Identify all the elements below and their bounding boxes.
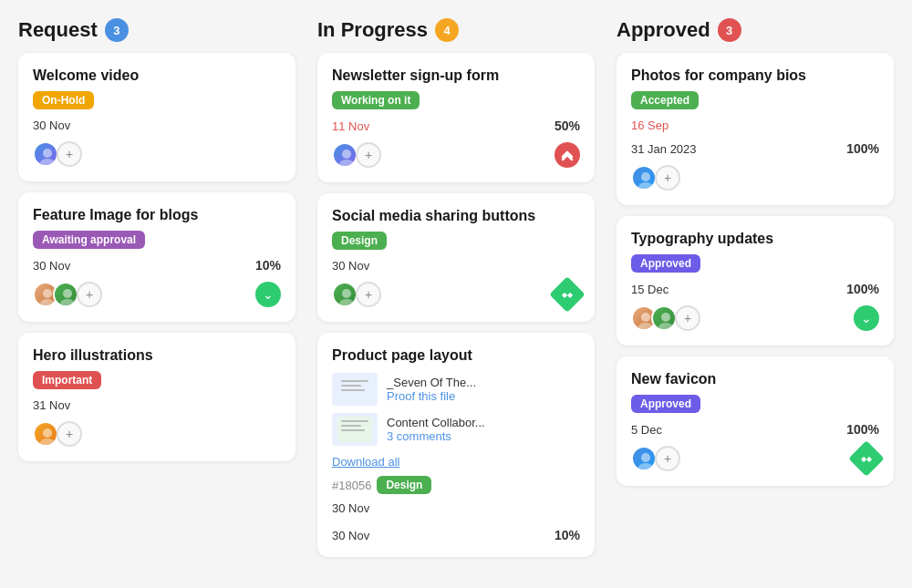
avatar [631,165,657,191]
svg-rect-19 [341,380,368,382]
progress-text: 10% [255,258,281,273]
column-in-progress: In Progress4Newsletter sign-up formWorki… [317,18,595,568]
avatars-group: + [631,446,680,471]
card-date-newsletter-form: 11 Nov50% [332,119,580,133]
add-avatar-button[interactable]: + [57,421,82,447]
svg-point-29 [641,313,650,322]
priority-up-icon[interactable] [554,142,580,168]
add-avatar-button[interactable]: + [356,142,381,168]
date-text: 11 Nov [332,119,369,133]
chevron-down-icon[interactable]: ⌄ [854,305,879,331]
svg-rect-20 [341,385,361,387]
card-date-product-page: 30 Nov [332,501,580,515]
avatar [631,446,657,471]
card-footer-photos-bios: + [631,165,879,191]
file-info: _Seven Of The...Proof this file [387,376,476,403]
svg-point-14 [339,160,354,168]
svg-point-33 [658,323,673,331]
avatars-group: + [631,165,680,191]
avatars-group: + [332,282,381,307]
column-request: Request3Welcome videoOn-Hold30 Nov+Featu… [18,18,295,568]
svg-point-1 [43,149,52,158]
avatar [33,421,58,447]
svg-point-26 [641,172,650,181]
column-header-request: Request3 [18,18,295,42]
svg-point-35 [641,453,650,462]
svg-point-17 [339,299,354,307]
card-tag-new-favicon: Approved [631,395,700,413]
add-avatar-button[interactable]: + [57,141,82,167]
file-list-product-page: _Seven Of The...Proof this fileContent C… [332,373,580,446]
card-date-new-favicon: 5 Dec100% [631,422,879,437]
avatars-group: + [33,421,82,447]
svg-point-8 [60,299,75,307]
progress-text: 50% [554,119,580,133]
date-text: 5 Dec [631,423,662,437]
diamond-icon[interactable]: ◆◆ [848,440,885,477]
date2-text: 31 Jan 2023 [631,142,697,156]
card-tag-hero-illustrations: Important [33,371,101,389]
product-footer: 30 Nov10% [332,528,580,542]
avatars-group: + [332,142,381,168]
column-title-approved: Approved [617,18,710,42]
diamond-icon[interactable]: ◆◆ [549,276,586,313]
add-avatar-button[interactable]: + [655,165,680,191]
card-date-welcome-video: 30 Nov [33,119,281,132]
svg-point-7 [63,289,72,298]
file-thumb [332,413,378,446]
card-new-favicon: New faviconApproved5 Dec100%+◆◆ [617,356,894,486]
card-date-photos-bios: 16 Sep [631,119,879,132]
card-footer-new-favicon: +◆◆ [631,446,879,471]
date-text: 30 Nov [33,259,70,273]
avatar [651,305,677,331]
chevron-down-icon[interactable]: ⌄ [255,282,281,307]
card-title-feature-image: Feature Image for blogs [33,207,281,223]
card-title-new-favicon: New favicon [631,371,879,387]
file-name: _Seven Of The... [387,376,476,389]
card-tag-welcome-video: On-Hold [33,91,94,109]
avatars-group: + [33,141,82,167]
svg-point-32 [661,313,670,322]
card-date-typography-updates: 15 Dec100% [631,282,879,296]
svg-rect-25 [341,429,365,431]
card-title-newsletter-form: Newsletter sign-up form [332,67,580,84]
card-footer-social-media: +◆◆ [332,282,580,307]
card-product-page: Product page layout_Seven Of The...Proof… [317,333,595,557]
svg-point-2 [40,159,55,167]
card-date-feature-image: 30 Nov10% [33,258,281,273]
file-action[interactable]: Proof this file [387,389,476,403]
add-avatar-button[interactable]: + [77,282,102,307]
card-date2-photos-bios: 31 Jan 2023100% [631,141,879,156]
card-tag-typography-updates: Approved [631,254,700,273]
svg-rect-23 [341,420,368,422]
card-tag-feature-image: Awaiting approval [33,231,145,249]
progress-text: 100% [846,141,879,156]
card-feature-image: Feature Image for blogsAwaiting approval… [18,192,295,322]
card-newsletter-form: Newsletter sign-up formWorking on it11 N… [317,53,595,182]
file-action[interactable]: 3 comments [387,429,485,443]
card-footer-feature-image: +⌄ [33,282,281,307]
card-title-photos-bios: Photos for company bios [631,67,879,84]
card-date-hero-illustrations: 31 Nov [33,398,281,412]
card-title-hero-illustrations: Hero illustrations [33,347,281,364]
card-hero-illustrations: Hero illustrationsImportant31 Nov+ [18,333,295,461]
add-avatar-button[interactable]: + [655,446,680,471]
card-footer-welcome-video: + [33,141,281,167]
svg-point-11 [40,438,55,447]
svg-point-36 [638,463,653,471]
add-avatar-button[interactable]: + [675,305,700,331]
add-avatar-button[interactable]: + [356,282,381,307]
card-title-social-media: Social media sharing buttons [332,208,580,224]
svg-point-30 [638,323,653,331]
column-header-in-progress: In Progress4 [317,18,595,42]
svg-point-16 [342,289,351,298]
card-typography-updates: Typography updatesApproved15 Dec100%+⌄ [617,216,894,346]
svg-point-10 [43,428,52,438]
product-date: 30 Nov [332,529,369,542]
card-photos-bios: Photos for company biosAccepted16 Sep31 … [617,53,894,205]
card-title-welcome-video: Welcome video [33,67,281,84]
column-title-in-progress: In Progress [317,18,428,42]
download-all-link[interactable]: Download all [332,455,580,469]
card-welcome-video: Welcome videoOn-Hold30 Nov+ [18,53,295,181]
avatars-group: + [631,305,700,331]
